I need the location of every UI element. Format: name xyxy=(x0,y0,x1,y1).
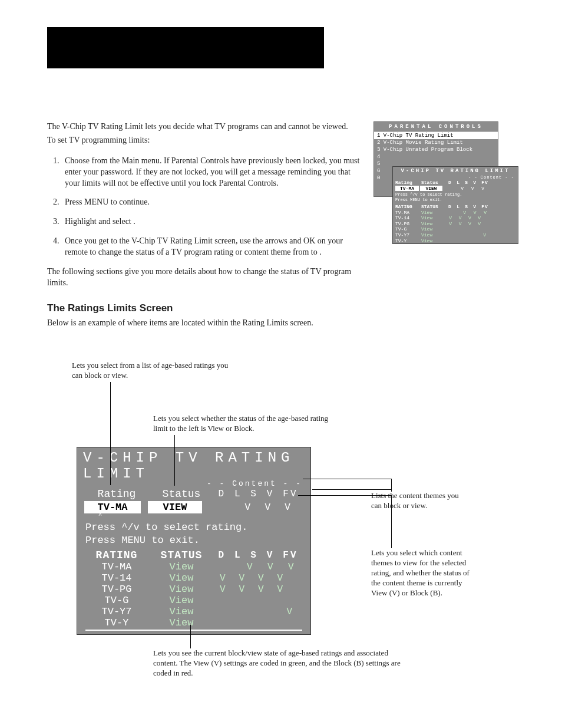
rating-row: TV-PGViewVVVV xyxy=(77,584,310,595)
rating-row: TV-MAViewVVV xyxy=(77,561,310,572)
osd-hdr2-rating: RATING xyxy=(84,549,149,561)
vchip-title: V-CHIP TV RATING LIMIT xyxy=(393,167,518,175)
rating-cell: TV-Y xyxy=(84,617,149,628)
content-col: L xyxy=(457,204,460,210)
leader-line xyxy=(174,435,175,486)
rating-cell: TV-Y7 xyxy=(84,606,149,617)
content-col: S xyxy=(465,204,468,210)
intro-p1: The V-Chip TV Rating Limit lets you deci… xyxy=(47,121,362,133)
sel-status: VIEW xyxy=(420,186,442,192)
callout-content-cells: Lets you select which content themes to … xyxy=(371,548,470,598)
ratings-heading: The Ratings Limits Screen xyxy=(47,302,362,315)
osd-hdr-rating: Rating xyxy=(84,488,149,500)
header2-row: RATING STATUS DLSVFV xyxy=(393,204,518,210)
content-col: V xyxy=(245,502,251,513)
status-cell: View xyxy=(149,617,214,628)
vchip-rating-limit-panel: V-CHIP TV RATING LIMIT - - Content - - R… xyxy=(392,166,518,244)
body-text: The V-Chip TV Rating Limit lets you deci… xyxy=(47,121,362,331)
status-cell: View xyxy=(149,595,214,606)
step-4: Once you get to the V-Chip TV Rating Lim… xyxy=(61,236,362,258)
osd-underline xyxy=(85,630,302,631)
rating-row: TV-MAViewVVV xyxy=(393,210,518,216)
status-cell: View xyxy=(149,561,214,572)
osd-hint: Press ^/v to select rating. Press MENU t… xyxy=(77,520,310,548)
callout-status-field: Lets you select whether the status of th… xyxy=(153,414,330,434)
osd-selected-row: TV-MA VIEW VVV xyxy=(77,501,310,513)
rating-row: TV-14ViewVVVV xyxy=(393,215,518,221)
content-cell: V xyxy=(287,607,295,617)
rating-row: TV-GView xyxy=(77,595,310,606)
content-col: FV xyxy=(283,550,297,561)
menu-item: 3 V-Chip Unrated Program Block xyxy=(374,146,498,153)
content-col: FV xyxy=(481,180,488,186)
content-col: S xyxy=(250,489,258,499)
content-col: V xyxy=(473,204,477,210)
status-cell: View xyxy=(149,584,214,595)
menu-item: 4 xyxy=(374,153,498,160)
content-col: S xyxy=(250,550,258,561)
rating-cell: TV-14 xyxy=(84,572,149,584)
step-2: Press MENU to continue. xyxy=(61,197,362,208)
hdr2-content-cols: DLSVFV xyxy=(446,204,491,210)
hint-text: Press ^/v to select rating. Press MENU t… xyxy=(393,191,518,204)
rating-cell: TV-G xyxy=(84,595,149,606)
leader-line xyxy=(303,479,391,479)
sel-content-cols: VVV xyxy=(444,186,488,192)
content-cell: V xyxy=(288,562,296,572)
content-col: FV xyxy=(481,204,488,210)
parental-controls-title: PARENTAL CONTROLS xyxy=(374,122,498,132)
menu-item: 2 V-Chip Movie Rating Limit xyxy=(374,139,498,146)
callout-body-rows: Lets you see the current block/view stat… xyxy=(153,648,401,678)
selected-row: TV-MA VIEW VVV xyxy=(393,186,518,192)
hdr-rating: Rating xyxy=(395,180,421,186)
content-tag: - - Content - - xyxy=(393,175,518,180)
osd-hdr-cols: DLSVFV xyxy=(214,489,302,499)
leader-line xyxy=(190,625,191,648)
leader-line xyxy=(391,495,392,548)
rating-row: TV-GView xyxy=(393,226,518,232)
status-cell: View xyxy=(149,572,214,584)
content-cell: V xyxy=(220,573,227,584)
content-cells: V xyxy=(214,607,302,617)
content-col: D xyxy=(218,550,226,561)
rating-row: TV-Y7ViewV xyxy=(393,232,518,238)
osd-rating-rows: TV-MAViewVVVTV-14ViewVVVVTV-PGViewVVVVTV… xyxy=(77,561,310,628)
content-cells: VVV xyxy=(214,562,302,572)
steps-list: Choose from the Main menu. If Parental C… xyxy=(47,156,362,258)
leader-line xyxy=(110,382,111,485)
rating-row: TV-Y7ViewV xyxy=(77,606,310,617)
rating-row: TV-YView xyxy=(77,617,310,628)
rating-row: TV-14ViewVVVV xyxy=(77,572,310,584)
content-col: L xyxy=(234,489,242,499)
content-cell: V xyxy=(258,573,266,584)
rating-cell: TV-MA xyxy=(84,561,149,572)
content-col: V xyxy=(471,186,475,192)
content-col: S xyxy=(465,180,468,186)
content-col: V xyxy=(481,186,485,192)
followup-p: The following sections give you more det… xyxy=(47,266,362,289)
osd-sel-status: VIEW xyxy=(148,501,202,513)
status-cell: View xyxy=(149,606,214,617)
leader-line xyxy=(391,479,392,492)
menu-item: 1 V-Chip TV Rating Limit xyxy=(374,132,498,139)
content-col: L xyxy=(234,550,242,561)
osd-hdr2-status: STATUS xyxy=(149,549,214,561)
content-col: V xyxy=(473,180,477,186)
hdr2-rating: RATING xyxy=(395,204,421,210)
ratings-sub: Below is an example of where items are l… xyxy=(47,318,362,329)
osd-hdr-status: Status xyxy=(149,488,214,500)
content-cell: V xyxy=(239,584,246,595)
content-cell: V xyxy=(258,584,266,595)
content-col: L xyxy=(457,180,460,186)
intro-p2: To set TV programming limits: xyxy=(47,135,362,146)
hdr-content-cols: DLSVFV xyxy=(446,180,491,186)
content-col: FV xyxy=(283,489,297,499)
leader-line xyxy=(298,495,391,496)
rating-cell: TV-PG xyxy=(84,584,149,595)
content-cell: V xyxy=(267,562,275,572)
osd-sel-cols: VVV xyxy=(209,502,297,513)
rating-rows: TV-MAViewVVVTV-14ViewVVVVTV-PGViewVVVVTV… xyxy=(393,210,518,244)
content-col: V xyxy=(265,502,270,513)
osd-header-row: Rating Status DLSVFV xyxy=(77,488,310,500)
content-cell: V xyxy=(247,562,254,572)
